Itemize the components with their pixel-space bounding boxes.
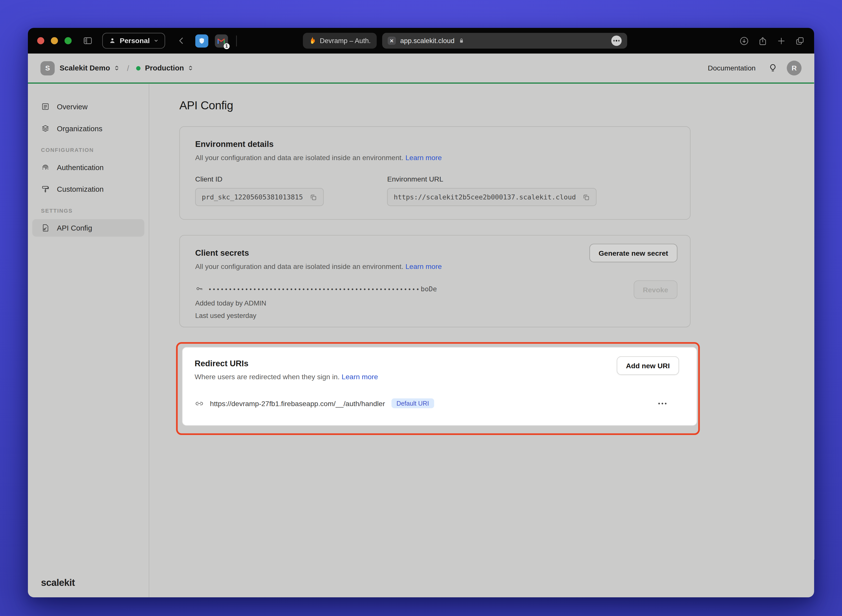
copy-icon[interactable] bbox=[309, 193, 317, 201]
browser-window: Personal 1 bbox=[28, 28, 814, 597]
copy-icon[interactable] bbox=[582, 193, 590, 201]
profile-label: Personal bbox=[120, 37, 150, 45]
back-button[interactable] bbox=[176, 36, 186, 45]
sidebar-item-label: Authentication bbox=[57, 163, 104, 171]
environment-status-dot bbox=[136, 66, 141, 70]
scalekit-app: S Scalekit Demo / Production Documentati… bbox=[28, 54, 814, 597]
profile-switcher-button[interactable]: Personal bbox=[102, 33, 165, 49]
card-description: All your configuration and data are isol… bbox=[195, 263, 675, 271]
fields-row: Client ID prd_skc_12205605381013815 Envi… bbox=[195, 175, 675, 206]
learn-more-link[interactable]: Learn more bbox=[405, 263, 442, 271]
sidebar-section-configuration: CONFIGURATION bbox=[32, 147, 144, 153]
api-file-icon bbox=[41, 224, 50, 232]
titlebar-divider bbox=[236, 35, 237, 46]
tab-devramp[interactable]: Devramp – Auth... bbox=[303, 33, 377, 49]
page-title: API Config bbox=[179, 99, 814, 112]
client-id-label: Client ID bbox=[195, 175, 324, 183]
tab-overview-button[interactable] bbox=[795, 36, 805, 46]
client-id-value: prd_skc_12205605381013815 bbox=[202, 193, 303, 201]
bitwarden-extension-icon[interactable] bbox=[195, 34, 208, 47]
sidebar-item-authentication[interactable]: Authentication bbox=[32, 158, 144, 176]
layers-icon bbox=[41, 124, 50, 133]
workspace-switcher[interactable]: Scalekit Demo bbox=[60, 64, 110, 72]
secret-row: ••••••••••••••••••••••••••••••••••••••••… bbox=[195, 285, 675, 293]
sidebar-item-label: API Config bbox=[57, 224, 92, 232]
card-title: Redirect URIs bbox=[195, 359, 685, 368]
chevrons-up-down-icon[interactable] bbox=[113, 65, 120, 72]
lightbulb-icon[interactable] bbox=[768, 63, 777, 73]
new-tab-button[interactable] bbox=[776, 36, 786, 46]
secret-added-line: Added today by ADMIN bbox=[195, 299, 675, 307]
sidebar-item-organizations[interactable]: Organizations bbox=[32, 120, 144, 137]
close-window-button[interactable] bbox=[37, 37, 44, 44]
description-text: All your configuration and data are isol… bbox=[195, 263, 404, 271]
chevrons-up-down-icon[interactable] bbox=[187, 65, 195, 72]
tab-scalekit-active[interactable]: ✕ app.scalekit.cloud bbox=[382, 33, 627, 49]
header-right: Documentation R bbox=[708, 61, 801, 75]
client-id-field: prd_skc_12205605381013815 bbox=[195, 188, 324, 206]
redirect-uris-highlight-outline: Redirect URIs Where users are redirected… bbox=[176, 342, 700, 435]
environment-url-field: https://scalekit2b5cee2b000137.scalekit.… bbox=[387, 188, 597, 206]
environment-switcher[interactable]: Production bbox=[145, 64, 184, 72]
sidebar-item-customization[interactable]: Customization bbox=[32, 180, 144, 198]
sidebar-item-label: Overview bbox=[57, 103, 87, 111]
redirect-uri-value: https://devramp-27fb1.firebaseapp.com/__… bbox=[210, 399, 385, 407]
desktop-background: Personal 1 bbox=[0, 0, 842, 616]
traffic-lights bbox=[37, 37, 72, 44]
documentation-link[interactable]: Documentation bbox=[708, 64, 755, 72]
revoke-button[interactable]: Revoke bbox=[633, 280, 677, 299]
tab-url: app.scalekit.cloud bbox=[400, 37, 454, 45]
paint-roller-icon bbox=[41, 185, 50, 194]
description-text: Where users are redirected when they sig… bbox=[195, 373, 339, 381]
sidebar-item-overview[interactable]: Overview bbox=[32, 98, 144, 115]
zoom-window-button[interactable] bbox=[65, 37, 72, 44]
default-uri-badge: Default URI bbox=[392, 398, 434, 408]
key-icon bbox=[195, 285, 204, 293]
tab-title: Devramp – Auth... bbox=[320, 37, 371, 45]
secret-masked-value: ••••••••••••••••••••••••••••••••••••••••… bbox=[209, 286, 420, 292]
redirect-uris-card: Redirect URIs Where users are redirected… bbox=[182, 347, 697, 426]
environment-url-field-group: Environment URL https://scalekit2b5cee2b… bbox=[387, 175, 597, 206]
scalekit-logo: scalekit bbox=[41, 577, 75, 589]
breadcrumb-separator: / bbox=[127, 64, 129, 72]
card-description: Where users are redirected when they sig… bbox=[195, 373, 685, 381]
app-header: S Scalekit Demo / Production Documentati… bbox=[28, 54, 814, 84]
lock-icon bbox=[458, 37, 465, 44]
client-secrets-card: Client secrets All your configuration an… bbox=[179, 235, 691, 327]
secret-suffix: boDe bbox=[421, 285, 437, 293]
secret-last-used-line: Last used yesterday bbox=[195, 312, 675, 320]
site-favicon: ✕ bbox=[388, 37, 396, 45]
tab-options-icon[interactable] bbox=[611, 35, 622, 46]
document-icon bbox=[41, 102, 50, 111]
generate-new-secret-button[interactable]: Generate new secret bbox=[589, 244, 677, 263]
sidebar-section-settings: SETTINGS bbox=[32, 208, 144, 214]
environment-url-value: https://scalekit2b5cee2b000137.scalekit.… bbox=[394, 193, 576, 201]
sidebar-item-label: Customization bbox=[57, 185, 104, 193]
add-new-uri-button[interactable]: Add new URI bbox=[617, 356, 679, 375]
redirect-uri-row: https://devramp-27fb1.firebaseapp.com/__… bbox=[195, 398, 685, 408]
user-avatar[interactable]: R bbox=[787, 61, 801, 75]
titlebar-right-controls bbox=[739, 36, 805, 46]
minimize-window-button[interactable] bbox=[51, 37, 58, 44]
share-button[interactable] bbox=[758, 36, 768, 46]
environment-details-card: Environment details All your configurati… bbox=[179, 126, 691, 220]
fingerprint-icon bbox=[41, 163, 50, 172]
uri-options-icon[interactable] bbox=[658, 402, 667, 404]
app-main: Overview Organizations CONFIGURATION Aut… bbox=[28, 84, 814, 597]
card-title: Environment details bbox=[195, 139, 675, 149]
browser-sidebar-toggle-icon[interactable] bbox=[82, 35, 93, 46]
org-avatar: S bbox=[40, 61, 54, 75]
sidebar: Overview Organizations CONFIGURATION Aut… bbox=[28, 84, 149, 597]
sidebar-item-label: Organizations bbox=[57, 124, 102, 132]
description-text: All your configuration and data are isol… bbox=[195, 154, 404, 162]
client-id-field-group: Client ID prd_skc_12205605381013815 bbox=[195, 175, 324, 206]
downloads-button[interactable] bbox=[739, 36, 749, 46]
sidebar-item-api-config[interactable]: API Config bbox=[32, 219, 144, 236]
gmail-unread-badge: 1 bbox=[224, 43, 230, 49]
learn-more-link[interactable]: Learn more bbox=[341, 373, 378, 381]
firebase-flame-icon bbox=[309, 36, 316, 45]
learn-more-link[interactable]: Learn more bbox=[405, 154, 442, 162]
link-icon bbox=[195, 399, 204, 408]
gmail-extension-icon[interactable]: 1 bbox=[215, 34, 228, 47]
page-content: API Config Environment details All your … bbox=[149, 84, 814, 597]
